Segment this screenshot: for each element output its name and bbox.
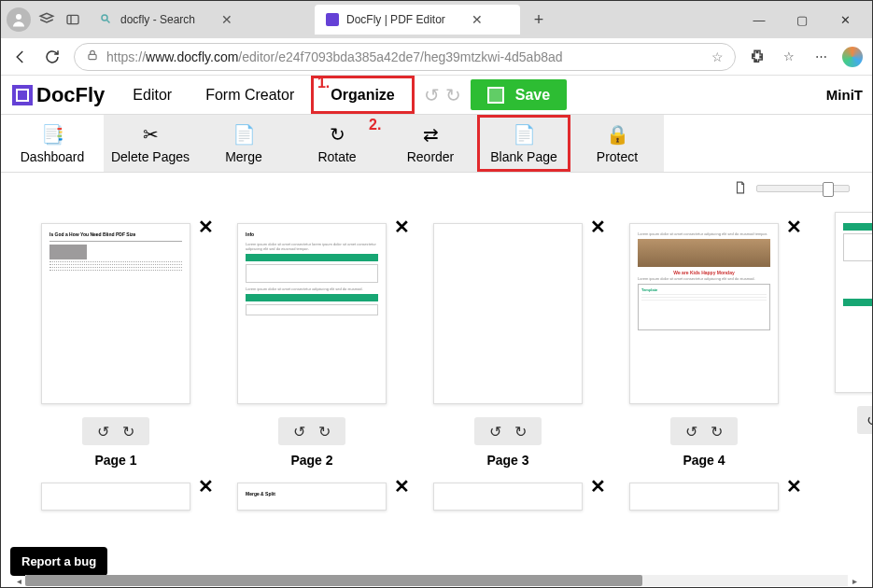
svg-point-3 <box>102 15 107 21</box>
annotation-2: 2. <box>369 117 381 133</box>
delete-page-icon[interactable]: ✕ <box>394 475 410 497</box>
rotate-left-icon[interactable]: ↺ <box>97 423 109 441</box>
window-controls: — ▢ ✕ <box>738 5 866 35</box>
workspaces-icon[interactable] <box>36 9 57 30</box>
minitool-label: MiniT <box>817 76 872 114</box>
page-icon <box>734 180 747 198</box>
thumbnail-image <box>433 483 583 511</box>
tab-actions-icon[interactable] <box>63 9 83 30</box>
rotate-right-icon[interactable]: ↻ <box>514 423 527 441</box>
tab-editor[interactable]: Editor <box>116 76 189 114</box>
thumbnail-image <box>433 223 583 404</box>
scissors-icon: ✂ <box>143 123 159 146</box>
toolbar-delete-pages[interactable]: ✂ Delete Pages <box>104 115 197 172</box>
svg-point-0 <box>16 14 21 20</box>
rotate-controls: ↺ ↻ <box>82 417 149 445</box>
browser-urlbar: https://www.docfly.com/editor/e24f7093bd… <box>1 38 872 76</box>
delete-page-icon[interactable]: ✕ <box>786 216 802 238</box>
tab-form-creator[interactable]: Form Creator 1. <box>189 76 311 114</box>
rotate-icon: ↻ <box>330 123 345 146</box>
svg-rect-1 <box>67 15 78 23</box>
scroll-thumb[interactable] <box>25 575 642 586</box>
zoom-thumb[interactable] <box>823 182 834 197</box>
menu-icon[interactable]: ⋯ <box>810 47 831 67</box>
page-thumbnail-3[interactable]: ✕ ↺ ↻ Page 3 <box>421 216 595 468</box>
docfly-favicon-icon <box>326 13 339 26</box>
page-label: Page 1 <box>94 453 136 468</box>
rotate-right-icon[interactable]: ↻ <box>711 423 723 441</box>
close-icon[interactable]: ✕ <box>472 12 483 27</box>
thumbnail-image: Lorem ipsum dolor sit amet consectetur a… <box>629 223 779 404</box>
refresh-button[interactable] <box>42 47 63 67</box>
delete-page-icon[interactable]: ✕ <box>590 475 606 497</box>
svg-line-4 <box>107 21 110 23</box>
page-thumbnail-5-clip[interactable]: ↺ <box>844 204 872 434</box>
toolbar-blank-page[interactable]: 📄 Blank Page <box>477 115 570 172</box>
page-thumbnail-2[interactable]: ✕ Info Lorem ipsum dolor sit amet consec… <box>225 216 399 468</box>
delete-page-icon[interactable]: ✕ <box>198 216 214 238</box>
favorite-icon[interactable]: ☆ <box>711 49 724 64</box>
back-button[interactable] <box>10 47 31 67</box>
rotate-controls: ↺ ↻ <box>474 417 542 445</box>
browser-tab-active[interactable]: DocFly | PDF Editor ✕ <box>315 5 520 35</box>
page-row: ✕ Is God a How You Need Blind PDF Size ↺… <box>29 216 844 468</box>
close-window-button[interactable]: ✕ <box>824 5 866 35</box>
rotate-left-icon[interactable]: ↺ <box>489 423 501 441</box>
rotate-right-icon[interactable]: ↻ <box>122 423 134 441</box>
toolbar-reorder[interactable]: ⇄ Reorder <box>384 115 477 172</box>
close-icon[interactable]: ✕ <box>221 12 232 27</box>
zoom-slider[interactable] <box>756 185 850 192</box>
profile-icon[interactable] <box>7 7 31 32</box>
delete-page-icon[interactable]: ✕ <box>786 475 802 497</box>
extensions-icon[interactable] <box>747 47 767 67</box>
search-favicon-icon <box>100 13 113 26</box>
page-thumbnail[interactable]: ✕ <box>421 475 595 511</box>
toolbar-dashboard[interactable]: 📑 Dashboard <box>1 115 104 172</box>
rotate-left-icon[interactable]: ↺ <box>685 423 697 441</box>
save-icon <box>487 87 504 104</box>
scroll-left-icon[interactable]: ◂ <box>12 576 25 586</box>
page-thumbnail[interactable]: ✕ Merge & Split <box>225 475 399 511</box>
blank-page-icon: 📄 <box>513 123 536 146</box>
redo-button[interactable]: ↻ <box>445 84 461 106</box>
page-thumbnail[interactable]: ✕ <box>29 475 203 511</box>
page-thumbnail[interactable]: ✕ <box>617 475 791 511</box>
maximize-button[interactable]: ▢ <box>781 5 824 35</box>
page-thumbnails-area: ✕ Is God a How You Need Blind PDF Size ↺… <box>1 204 872 540</box>
thumbnail-image <box>835 212 872 393</box>
browser-tab-inactive[interactable]: docfly - Search ✕ <box>89 5 309 35</box>
url-field[interactable]: https://www.docfly.com/editor/e24f7093bd… <box>74 43 736 71</box>
horizontal-scrollbar[interactable]: ◂ ▸ <box>12 574 861 587</box>
app-logo[interactable]: DocFly <box>1 76 116 114</box>
delete-page-icon[interactable]: ✕ <box>394 216 410 238</box>
tab-title: docfly - Search <box>120 13 195 26</box>
undo-button[interactable]: ↺ <box>424 84 440 106</box>
delete-page-icon[interactable]: ✕ <box>198 475 214 497</box>
lock-icon: 🔒 <box>606 123 629 146</box>
page-thumbnail-4[interactable]: ✕ Lorem ipsum dolor sit amet consectetur… <box>617 216 791 468</box>
tab-organize[interactable]: Organize <box>311 76 414 114</box>
report-bug-button[interactable]: Report a bug <box>10 547 107 576</box>
thumbnail-image <box>629 483 779 511</box>
scroll-right-icon[interactable]: ▸ <box>848 576 861 586</box>
rotate-left-icon[interactable]: ↺ <box>866 412 873 429</box>
scroll-track[interactable] <box>25 575 848 586</box>
delete-page-icon[interactable]: ✕ <box>590 216 606 238</box>
toolbar-merge[interactable]: 📄 Merge <box>197 115 290 172</box>
page-label: Page 4 <box>683 453 725 468</box>
dashboard-icon: 📑 <box>41 123 64 146</box>
rotate-controls: ↺ ↻ <box>670 417 738 445</box>
thumbnail-image: Merge & Split <box>237 483 387 511</box>
copilot-icon[interactable] <box>842 47 863 67</box>
rotate-left-icon[interactable]: ↺ <box>293 423 305 441</box>
new-tab-button[interactable]: + <box>526 7 552 33</box>
minimize-button[interactable]: — <box>738 5 781 35</box>
save-button[interactable]: Save <box>471 79 567 110</box>
rotate-right-icon[interactable]: ↻ <box>318 423 331 441</box>
tab-title: DocFly | PDF Editor <box>346 13 445 26</box>
page-thumbnail-1[interactable]: ✕ Is God a How You Need Blind PDF Size ↺… <box>29 216 203 468</box>
rotate-controls: ↺ <box>857 406 872 434</box>
toolbar-protect[interactable]: 🔒 Protect <box>570 115 664 172</box>
favorites-icon[interactable]: ☆ <box>779 47 799 67</box>
thumbnail-image: Is God a How You Need Blind PDF Size <box>41 223 190 404</box>
